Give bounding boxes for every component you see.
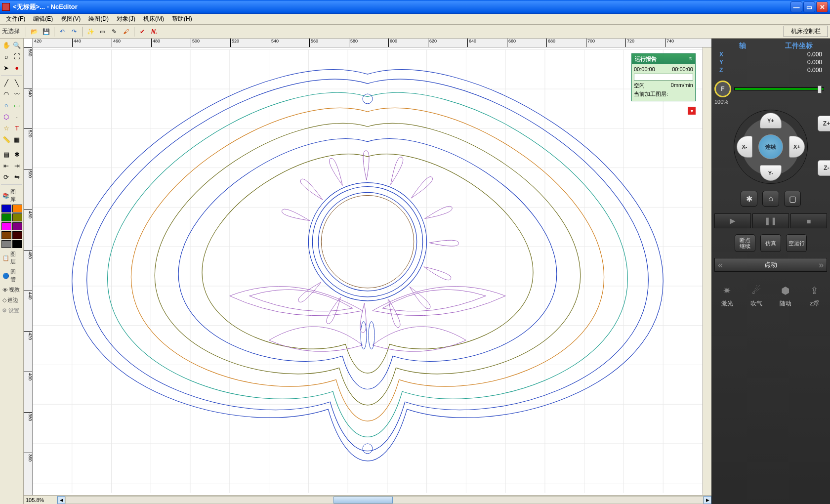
rect-tool[interactable]: ▭	[12, 100, 22, 111]
line-tool[interactable]: ╱	[1, 78, 11, 88]
feedrate-dial[interactable]: F	[714, 81, 731, 97]
home-button[interactable]: ⌂	[762, 191, 779, 207]
node-tool[interactable]: ●	[12, 63, 22, 73]
library-section[interactable]: 📚图库	[1, 187, 22, 204]
align-tool[interactable]: ⇤	[1, 161, 11, 171]
frame-button[interactable]: ▢	[784, 191, 801, 207]
run-status: 空闲	[634, 82, 645, 89]
color-swatch[interactable]	[12, 222, 22, 230]
zoom-region-tool[interactable]: ⌕	[1, 51, 11, 62]
function-随动[interactable]: ⬢随动	[774, 285, 797, 308]
undo-button[interactable]: ↶	[57, 26, 68, 37]
function-激光[interactable]: ✷激光	[715, 285, 739, 308]
axis-header: 轴	[714, 42, 771, 50]
fit-tool[interactable]: ⛶	[12, 51, 22, 62]
menu-view[interactable]: 视图(V)	[57, 13, 84, 25]
color-swatch[interactable]	[12, 240, 22, 248]
menu-help[interactable]: 帮助(H)	[168, 13, 196, 25]
rotate-tool[interactable]: ⟳	[1, 172, 11, 182]
function-吹气[interactable]: ☄吹气	[745, 285, 768, 308]
ellipse-tool[interactable]: ○	[1, 100, 11, 111]
save-button[interactable]: 💾	[41, 26, 51, 37]
tool-n-button[interactable]: N.	[149, 26, 160, 37]
scrollbar-vertical[interactable]	[703, 47, 711, 495]
color-swatch[interactable]	[1, 222, 11, 230]
curve-tool[interactable]: 〰	[12, 89, 22, 99]
scrollbar-horizontal[interactable]	[65, 496, 704, 504]
edge-section[interactable]: ◇巡边	[1, 295, 22, 305]
measure-tool[interactable]: 📏	[1, 134, 11, 145]
drawing-canvas[interactable]: 运行报告≈ 00:00:0000:00:00 空闲0mm/min 当前加工图层:…	[33, 47, 703, 495]
zoom-tool[interactable]: 🔍	[12, 40, 22, 50]
zoom-level[interactable]: 105.8%	[24, 497, 57, 503]
jog-tab[interactable]: « 点动 »	[714, 258, 827, 272]
star-tool[interactable]: ☆	[1, 123, 11, 133]
redo-button[interactable]: ↷	[69, 26, 80, 37]
layer-section[interactable]: 📋图层	[1, 250, 22, 266]
mode-row: 断点 继续 仿真 空运行	[714, 234, 827, 252]
axis-y-value: 0.000	[807, 59, 822, 66]
alert-tag[interactable]: ▾	[688, 107, 696, 115]
menu-edit[interactable]: 编辑(E)	[29, 13, 57, 25]
snap-tool[interactable]: ✱	[12, 149, 22, 160]
menu-bar: 文件(F) 编辑(E) 视图(V) 绘图(D) 对象(J) 机床(M) 帮助(H…	[0, 14, 830, 25]
scroll-left-button[interactable]: ◀	[57, 496, 65, 504]
pointer-tool[interactable]: ➤	[1, 63, 11, 73]
maximize-button[interactable]: ▭	[803, 1, 815, 12]
polygon-tool[interactable]: ⬡	[1, 112, 11, 122]
color-swatch[interactable]	[12, 231, 22, 239]
dryrun-button[interactable]: 空运行	[786, 234, 807, 252]
function-grid: ✷激光☄吹气⬢随动⇪z浮	[714, 285, 827, 308]
play-button[interactable]: ▶	[714, 213, 751, 228]
color-swatch[interactable]	[1, 213, 11, 221]
simulate-button[interactable]: 仿真	[760, 234, 781, 252]
close-button[interactable]: ✕	[816, 1, 828, 12]
color-swatch[interactable]	[1, 231, 11, 239]
axis-y-label: Y	[719, 59, 723, 66]
array-tool[interactable]: ▤	[1, 149, 11, 160]
distribute-tool[interactable]: ⇥	[12, 161, 22, 171]
tool-wand-button[interactable]: ✨	[85, 26, 96, 37]
open-button[interactable]: 📂	[29, 26, 40, 37]
tool-check-button[interactable]: ✔	[137, 26, 148, 37]
breakpoint-button[interactable]: 断点 继续	[735, 234, 755, 252]
pause-button[interactable]: ❚❚	[752, 213, 789, 228]
color-swatch[interactable]	[12, 213, 22, 221]
color-swatch[interactable]	[1, 240, 11, 248]
function-z浮[interactable]: ⇪z浮	[803, 285, 827, 308]
point-tool[interactable]: ·	[12, 112, 22, 122]
minimize-button[interactable]: —	[790, 1, 802, 12]
control-panel-toggle[interactable]: 机床控制栏	[784, 26, 828, 37]
collapse-icon[interactable]: ≈	[689, 55, 692, 63]
grid-tool[interactable]: ▦	[12, 134, 22, 145]
settings-section[interactable]: ⚙设置	[1, 306, 22, 315]
feedrate-percent: 100%	[714, 99, 827, 105]
mirror-tool[interactable]: ⇋	[12, 172, 22, 182]
tool-pen-button[interactable]: ✎	[109, 26, 120, 37]
arc-tool[interactable]: ◠	[1, 89, 11, 99]
teach-section[interactable]: 👁视教	[1, 285, 22, 294]
menu-draw[interactable]: 绘图(D)	[84, 13, 113, 25]
svg-point-34	[363, 94, 373, 104]
stop-button[interactable]: ■	[790, 213, 827, 228]
tube-section[interactable]: 🔵圆管	[1, 267, 22, 284]
scroll-right-button[interactable]: ▶	[704, 496, 711, 504]
jog-z-plus-button[interactable]: Z+	[818, 116, 830, 131]
run-time-elapsed: 00:00:00	[634, 66, 655, 72]
set-origin-button[interactable]: ✱	[741, 191, 757, 207]
tool-frame-button[interactable]: ▭	[97, 26, 108, 37]
jog-mode-button[interactable]: 连续	[758, 134, 783, 159]
color-swatch[interactable]	[1, 205, 11, 212]
hand-tool[interactable]: ✋	[1, 40, 11, 50]
tool-brush-button[interactable]: 🖌	[121, 26, 131, 37]
menu-object[interactable]: 对象(J)	[113, 13, 139, 25]
color-swatch[interactable]	[12, 205, 22, 212]
polyline-tool[interactable]: ╲	[12, 78, 22, 88]
app-icon	[2, 3, 10, 11]
ruler-vertical: 560540520500480460440420400380360	[24, 47, 33, 495]
jog-z-minus-button[interactable]: Z-	[818, 160, 830, 176]
menu-file[interactable]: 文件(F)	[2, 13, 29, 25]
text-tool[interactable]: T	[12, 123, 22, 133]
menu-machine[interactable]: 机床(M)	[139, 13, 168, 25]
feedrate-slider[interactable]	[734, 87, 824, 90]
